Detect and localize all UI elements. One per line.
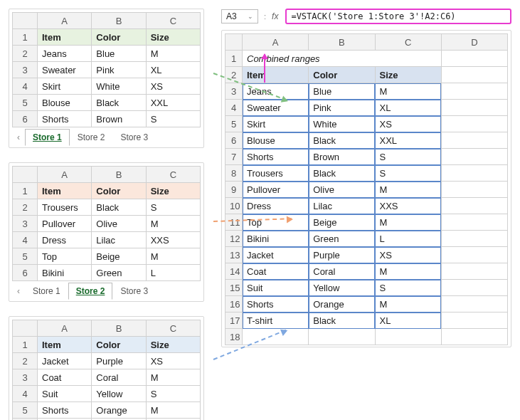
cell[interactable]: Trousers (243, 165, 309, 182)
cell[interactable]: Brown (92, 111, 146, 127)
cell[interactable]: Dress (243, 198, 309, 214)
cell[interactable] (309, 329, 375, 345)
cell[interactable] (441, 67, 507, 83)
cell[interactable]: S (146, 386, 200, 402)
col-header-C[interactable]: C (146, 320, 200, 337)
cell[interactable] (441, 296, 507, 313)
cell[interactable]: XXS (146, 232, 200, 248)
cell[interactable] (441, 214, 507, 231)
cell[interactable]: M (146, 369, 200, 386)
col-header-A[interactable]: A (243, 34, 309, 51)
cell[interactable]: XS (375, 247, 441, 263)
cell[interactable]: M (146, 46, 200, 62)
header-cell[interactable]: Item (38, 183, 92, 199)
cell[interactable] (441, 231, 507, 247)
row-header[interactable]: 1 (13, 183, 38, 199)
cell[interactable] (441, 51, 507, 67)
row-header[interactable]: 7 (225, 149, 243, 165)
sheet-tab[interactable]: Store 1 (25, 283, 68, 300)
col-header-B[interactable]: B (92, 320, 146, 337)
row-header[interactable]: 3 (225, 83, 243, 100)
cell[interactable]: XL (375, 100, 441, 116)
combined-title[interactable]: Combined ranges (243, 51, 442, 67)
cell[interactable]: M (375, 182, 441, 198)
row-header[interactable]: 8 (225, 165, 243, 182)
header-cell[interactable]: Size (146, 337, 200, 353)
tab-nav-prev-icon[interactable]: ‹ (12, 132, 25, 142)
row-header[interactable]: 3 (13, 369, 38, 386)
row-header[interactable]: 6 (225, 132, 243, 149)
row-header[interactable]: 10 (225, 198, 243, 214)
cell[interactable] (441, 313, 507, 329)
header-cell[interactable]: Color (309, 67, 375, 83)
cell[interactable]: Olive (309, 182, 375, 198)
cell[interactable]: Green (309, 231, 375, 247)
cell[interactable] (441, 116, 507, 132)
row-header[interactable]: 4 (225, 100, 243, 116)
cell[interactable]: Coat (38, 369, 92, 386)
cell[interactable] (441, 198, 507, 214)
header-cell[interactable]: Color (92, 183, 146, 199)
cell[interactable]: Shorts (243, 149, 309, 165)
row-header[interactable]: 1 (13, 29, 38, 46)
cell[interactable]: XXS (375, 198, 441, 214)
cell[interactable]: Blue (309, 83, 375, 100)
cell[interactable]: Orange (92, 402, 146, 419)
cell[interactable]: XS (375, 116, 441, 132)
header-cell[interactable]: Size (375, 67, 441, 83)
cell[interactable]: M (375, 83, 441, 100)
sheet-tab[interactable]: Store 1 (25, 129, 70, 146)
cell[interactable]: M (375, 214, 441, 231)
cell[interactable]: Black (92, 199, 146, 216)
cell[interactable]: XS (146, 353, 200, 369)
row-header[interactable]: 18 (225, 329, 243, 345)
row-header[interactable]: 14 (225, 263, 243, 280)
row-header[interactable]: 4 (13, 386, 38, 402)
cell[interactable]: Bikini (243, 231, 309, 247)
cell[interactable]: Yellow (92, 386, 146, 402)
header-cell[interactable]: Size (146, 183, 200, 199)
select-all-corner[interactable] (13, 13, 38, 29)
header-cell[interactable]: Item (38, 29, 92, 46)
row-header[interactable]: 12 (225, 231, 243, 247)
cell[interactable] (441, 280, 507, 296)
col-header-C[interactable]: C (146, 167, 200, 183)
col-header-A[interactable]: A (38, 13, 92, 29)
cell[interactable] (375, 329, 441, 345)
row-header[interactable]: 3 (13, 62, 38, 78)
cell[interactable]: S (375, 149, 441, 165)
cell[interactable]: XL (146, 62, 200, 78)
cell[interactable]: Yellow (309, 280, 375, 296)
row-header[interactable]: 15 (225, 280, 243, 296)
col-header-A[interactable]: A (38, 320, 92, 337)
cell[interactable]: S (375, 165, 441, 182)
col-header-B[interactable]: B (92, 167, 146, 183)
cell[interactable]: S (375, 280, 441, 296)
row-header[interactable]: 13 (225, 247, 243, 263)
row-header[interactable]: 5 (13, 95, 38, 111)
cell[interactable]: Skirt (38, 78, 92, 95)
cell[interactable]: Top (243, 214, 309, 231)
cell[interactable]: Jacket (38, 353, 92, 369)
row-header[interactable]: 5 (13, 248, 38, 265)
grid-store1[interactable]: ABC1ItemColorSize2JeansBlueM3SweaterPink… (12, 12, 201, 127)
cell[interactable]: Pink (309, 100, 375, 116)
cell[interactable]: Black (309, 313, 375, 329)
cell[interactable]: Black (309, 132, 375, 149)
cell[interactable] (441, 329, 507, 345)
cell[interactable] (441, 182, 507, 198)
cell[interactable]: M (375, 296, 441, 313)
cell[interactable]: Lilac (309, 198, 375, 214)
tab-nav-prev-icon[interactable]: ‹ (12, 286, 25, 296)
select-all-corner[interactable] (13, 320, 38, 337)
row-header[interactable]: 2 (13, 199, 38, 216)
cell[interactable]: XXL (146, 95, 200, 111)
cell[interactable]: Suit (243, 280, 309, 296)
cell[interactable]: Beige (92, 248, 146, 265)
cell[interactable]: Coral (92, 369, 146, 386)
cell[interactable]: T-shirt (243, 313, 309, 329)
header-cell[interactable]: Color (92, 29, 146, 46)
row-header[interactable]: 4 (13, 232, 38, 248)
col-header-C[interactable]: C (146, 13, 200, 29)
cell[interactable]: Purple (309, 247, 375, 263)
